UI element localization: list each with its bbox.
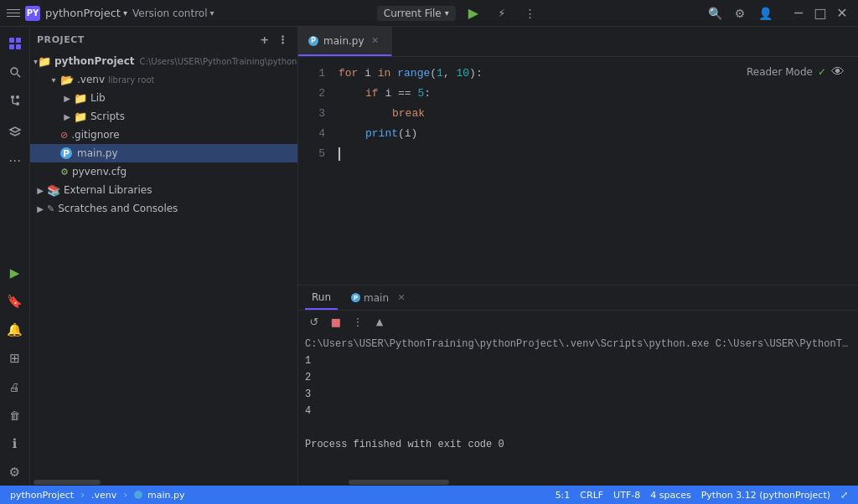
status-position[interactable]: 5:1: [552, 490, 574, 501]
status-expand-btn[interactable]: ⤢: [837, 490, 851, 501]
panel-tab-main[interactable]: P main ✕: [344, 285, 414, 310]
bottom-panel: Run P main ✕ ↺ ■ ⋮ ▲ C:\Users\USER\Pytho…: [298, 285, 858, 486]
version-control-label: Version control: [132, 8, 208, 19]
status-project[interactable]: pythonProject: [7, 490, 77, 501]
panel-stop-btn[interactable]: ■: [327, 312, 345, 331]
sidebar-scrollbar[interactable]: [30, 479, 297, 486]
debug-button[interactable]: ⚡: [491, 3, 513, 24]
sidebar-item-lib[interactable]: ▶ 📁 Lib: [30, 89, 297, 107]
title-bar-center: Current File ▾ ▶ ⚡ ⋮: [221, 3, 697, 24]
panel-tab-bar: Run P main ✕: [298, 285, 858, 311]
reader-mode-icon[interactable]: 👁: [831, 64, 845, 80]
activity-git-icon[interactable]: [2, 87, 28, 114]
sidebar-item-pyvenv[interactable]: ▶ ⚙ pyvenv.cfg: [30, 162, 297, 181]
sidebar-item-scratches[interactable]: ▶ ✎ Scratches and Consoles: [30, 199, 297, 218]
project-chevron: ▾: [123, 8, 127, 18]
activity-project-icon[interactable]: [2, 30, 28, 57]
hamburger-menu[interactable]: [7, 7, 20, 20]
activity-notifications-icon[interactable]: 🔔: [2, 316, 28, 343]
activity-run-icon[interactable]: ▶: [2, 260, 28, 286]
reader-mode-label: Reader Mode: [747, 66, 813, 78]
path-label: C:\Users\USER\PythonTraining\pythonProje…: [140, 57, 297, 66]
minimize-button[interactable]: ─: [789, 4, 808, 23]
sidebar-tree: ▾ 📁 pythonProject C:\Users\USER\PythonTr…: [30, 52, 297, 479]
sidebar-header-actions: + ⋮: [257, 32, 291, 47]
editor-content[interactable]: Reader Mode ✓ 👁 1 2 3 4 5 for i in range…: [298, 57, 858, 285]
activity-bar: ⋯ ▶ 🔖 🔔 ⊞ 🖨 🗑 ℹ ⚙: [0, 27, 30, 486]
settings-button[interactable]: ⚙: [729, 3, 751, 24]
item-label: .gitignore: [71, 129, 119, 141]
main-tab-label: main: [364, 292, 389, 304]
status-bar: pythonProject › .venv › main.py 5:1 CRLF…: [0, 486, 858, 504]
activity-trash-icon[interactable]: 🗑: [2, 402, 28, 429]
activity-print-icon[interactable]: 🖨: [2, 373, 28, 400]
activity-search-icon[interactable]: [2, 59, 28, 85]
status-file[interactable]: main.py: [131, 490, 188, 501]
python-file-icon: P: [60, 147, 72, 159]
status-line-ending[interactable]: CRLF: [576, 490, 607, 501]
activity-bookmark-icon[interactable]: 🔖: [2, 288, 28, 315]
more-options-button[interactable]: ⋮: [519, 3, 541, 24]
title-bar-left: PY pythonProject ▾ Version control ▾: [7, 6, 214, 21]
search-button[interactable]: 🔍: [704, 3, 726, 24]
code-editor[interactable]: for i in range(1, 10): if i == 5: break …: [332, 57, 858, 285]
reader-mode-bar: Reader Mode ✓ 👁: [747, 64, 845, 80]
reader-mode-check[interactable]: ✓: [818, 66, 826, 78]
code-line-4: print(i): [339, 124, 858, 144]
panel-toolbar: ↺ ■ ⋮ ▲: [298, 311, 858, 332]
activity-terminal-icon[interactable]: ⊞: [2, 345, 28, 372]
status-indent[interactable]: 4 spaces: [647, 490, 695, 501]
sidebar-item-venv[interactable]: ▾ 📂 .venv library root: [30, 70, 297, 89]
vc-chevron: ▾: [210, 8, 214, 18]
current-file-chevron: ▾: [445, 8, 449, 18]
status-python-version[interactable]: Python 3.12 (pythonProject): [698, 490, 834, 501]
close-button[interactable]: ✕: [833, 4, 851, 23]
status-venv[interactable]: .venv: [88, 490, 120, 501]
status-project-label: pythonProject: [10, 490, 74, 501]
sidebar: Project + ⋮ ▾ 📁 pythonProject C:\Users\U…: [30, 27, 298, 486]
activity-layers-icon[interactable]: [2, 119, 28, 146]
sidebar-item-gitignore[interactable]: ▶ ⊘ .gitignore: [30, 126, 297, 144]
console-line-2: 2: [305, 369, 851, 386]
item-label: Scripts: [90, 111, 125, 122]
ext-lib-icon: 📚: [47, 184, 60, 197]
svg-point-7: [16, 102, 19, 105]
activity-more-icon[interactable]: ⋯: [2, 147, 28, 174]
activity-info-icon[interactable]: ℹ: [2, 430, 28, 457]
item-label: pythonProject: [54, 55, 135, 67]
tab-close-btn[interactable]: ✕: [370, 35, 381, 47]
panel-tab-run[interactable]: Run: [305, 285, 338, 310]
panel-tab-close[interactable]: ✕: [395, 292, 407, 304]
sidebar-item-scripts[interactable]: ▶ 📁 Scripts: [30, 107, 297, 126]
profile-button[interactable]: 👤: [754, 3, 776, 24]
version-control-btn[interactable]: Version control ▾: [132, 8, 214, 19]
maximize-button[interactable]: □: [811, 4, 830, 23]
panel-rerun-btn[interactable]: ↺: [305, 312, 323, 331]
svg-point-8: [16, 95, 19, 99]
line-numbers: 1 2 3 4 5: [298, 57, 332, 285]
item-label: .venv: [77, 74, 105, 85]
current-file-btn[interactable]: Current File ▾: [377, 6, 456, 21]
activity-settings-bottom-icon[interactable]: ⚙: [2, 459, 28, 486]
config-icon: ⚙: [60, 167, 69, 177]
bottom-panel-scrollbar[interactable]: [298, 479, 858, 486]
expand-icon: ▾: [47, 75, 60, 85]
panel-more-btn[interactable]: ⋮: [349, 312, 367, 331]
svg-rect-3: [16, 44, 21, 49]
sidebar-add-btn[interactable]: +: [257, 32, 272, 47]
sidebar-more-btn[interactable]: ⋮: [276, 32, 291, 47]
panel-scroll-up-btn[interactable]: ▲: [370, 312, 389, 331]
svg-rect-2: [9, 44, 14, 49]
run-button[interactable]: ▶: [463, 3, 484, 24]
tab-main-icon: P: [351, 293, 360, 302]
status-bar-right: 5:1 CRLF UTF-8 4 spaces Python 3.12 (pyt…: [552, 490, 851, 501]
sidebar-item-pythonproject[interactable]: ▾ 📁 pythonProject C:\Users\USER\PythonTr…: [30, 52, 297, 70]
tab-mainpy[interactable]: P main.py ✕: [298, 27, 392, 56]
sidebar-item-external-libraries[interactable]: ▶ 📚 External Libraries: [30, 181, 297, 199]
project-name[interactable]: pythonProject ▾: [45, 7, 127, 19]
panel-console-output: C:\Users\USER\PythonTraining\pythonProje…: [298, 332, 858, 479]
sidebar-item-mainpy[interactable]: ▶ P main.py: [30, 144, 297, 162]
status-encoding[interactable]: UTF-8: [610, 490, 644, 501]
app-logo: PY: [25, 6, 40, 21]
svg-rect-0: [9, 38, 14, 43]
